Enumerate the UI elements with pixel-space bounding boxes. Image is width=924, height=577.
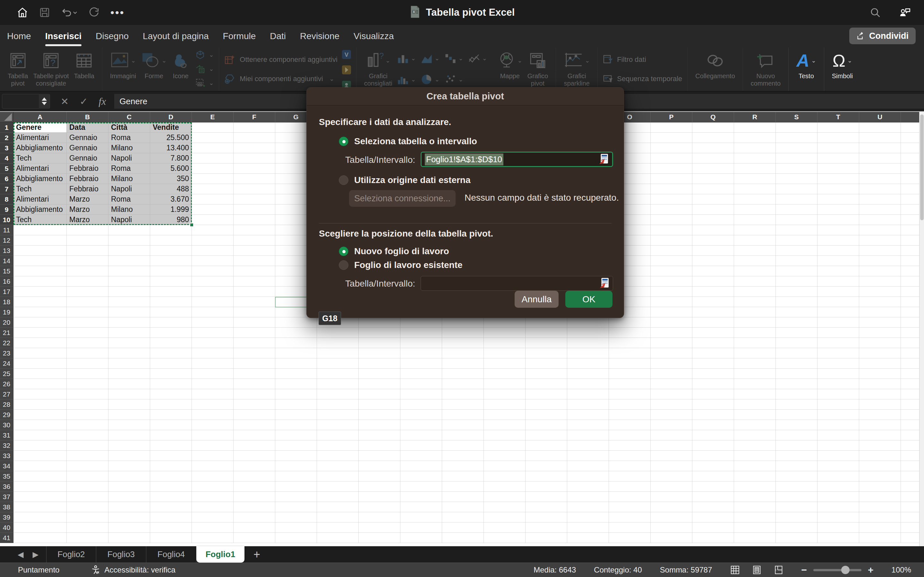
- cell-D41[interactable]: [150, 533, 192, 543]
- row-header-31[interactable]: 31: [0, 430, 13, 440]
- cell-U13[interactable]: [859, 245, 901, 256]
- shapes-button[interactable]: ⌄ Forme: [141, 50, 166, 80]
- cell-U15[interactable]: [859, 266, 901, 276]
- cell-Q30[interactable]: [692, 420, 734, 430]
- pictures-button[interactable]: ⌄ Immagini: [110, 50, 136, 80]
- cell-U39[interactable]: [859, 512, 901, 522]
- cell-D3[interactable]: 13.400: [150, 143, 192, 153]
- cell-R20[interactable]: [734, 318, 776, 327]
- cell-J20[interactable]: [401, 318, 442, 327]
- cell-N37[interactable]: [567, 492, 609, 502]
- cell-Q27[interactable]: [692, 389, 734, 400]
- cell-G25[interactable]: [275, 369, 317, 379]
- cell-K34[interactable]: [442, 461, 484, 471]
- ribbon-tab-layout-di-pagina[interactable]: Layout di pagina: [143, 31, 209, 41]
- cell-C20[interactable]: [108, 318, 150, 327]
- cell-F29[interactable]: [234, 410, 275, 420]
- cell-K32[interactable]: [442, 440, 484, 451]
- cell-G35[interactable]: [275, 471, 317, 482]
- status-average[interactable]: Media: 6643: [533, 566, 576, 574]
- cell-R32[interactable]: [734, 440, 776, 451]
- cell-F14[interactable]: [234, 256, 275, 266]
- cell-L28[interactable]: [484, 400, 525, 410]
- cell-F17[interactable]: [234, 287, 275, 297]
- cell-L21[interactable]: [484, 327, 525, 338]
- cell-M29[interactable]: [525, 410, 567, 420]
- cell-T38[interactable]: [817, 502, 859, 512]
- link-button[interactable]: Collegamento: [695, 50, 735, 80]
- cell-M31[interactable]: [525, 430, 567, 440]
- cell-H40[interactable]: [317, 522, 359, 533]
- cell-G29[interactable]: [275, 410, 317, 420]
- cell-D5[interactable]: 5.600: [150, 163, 192, 174]
- cell-P14[interactable]: [651, 256, 692, 266]
- cell-H23[interactable]: [317, 348, 359, 358]
- dest-range-picker-icon[interactable]: [600, 277, 610, 290]
- cell-Q29[interactable]: [692, 410, 734, 420]
- cell-R17[interactable]: [734, 287, 776, 297]
- cell-R15[interactable]: [734, 266, 776, 276]
- cell-Q5[interactable]: [692, 163, 734, 174]
- cell-U20[interactable]: [859, 318, 901, 327]
- cell-U14[interactable]: [859, 256, 901, 266]
- cell-Q28[interactable]: [692, 400, 734, 410]
- cell-E1[interactable]: [192, 122, 234, 133]
- cell-L39[interactable]: [484, 512, 525, 522]
- cell-N20[interactable]: [567, 318, 609, 327]
- cell-T20[interactable]: [817, 318, 859, 327]
- cell-E9[interactable]: [192, 205, 234, 215]
- cell-B33[interactable]: [67, 451, 108, 461]
- cell-D8[interactable]: 3.670: [150, 194, 192, 205]
- cell-P6[interactable]: [651, 174, 692, 184]
- cell-K30[interactable]: [442, 420, 484, 430]
- cell-H35[interactable]: [317, 471, 359, 482]
- cell-E12[interactable]: [192, 235, 234, 245]
- cell-R11[interactable]: [734, 225, 776, 235]
- cell-Q35[interactable]: [692, 471, 734, 482]
- cell-C21[interactable]: [108, 327, 150, 338]
- cell-U30[interactable]: [859, 420, 901, 430]
- cell-D20[interactable]: [150, 318, 192, 327]
- cell-F2[interactable]: [234, 133, 275, 143]
- cell-J26[interactable]: [401, 379, 442, 389]
- cell-T21[interactable]: [817, 327, 859, 338]
- cell-C27[interactable]: [108, 389, 150, 400]
- cell-C18[interactable]: [108, 297, 150, 307]
- 3d-models-button[interactable]: ⌄: [195, 50, 214, 60]
- cell-Q39[interactable]: [692, 512, 734, 522]
- cell-A15[interactable]: [13, 266, 67, 276]
- status-sum[interactable]: Somma: 59787: [660, 566, 712, 574]
- cell-I32[interactable]: [359, 440, 401, 451]
- cell-G36[interactable]: [275, 482, 317, 492]
- cell-M32[interactable]: [525, 440, 567, 451]
- cell-B37[interactable]: [67, 492, 108, 502]
- cell-H39[interactable]: [317, 512, 359, 522]
- cell-N24[interactable]: [567, 358, 609, 369]
- cell-J31[interactable]: [401, 430, 442, 440]
- cell-T4[interactable]: [817, 153, 859, 163]
- cell-G22[interactable]: [275, 338, 317, 348]
- cell-C2[interactable]: Roma: [108, 133, 150, 143]
- cell-L24[interactable]: [484, 358, 525, 369]
- cell-L34[interactable]: [484, 461, 525, 471]
- row-header-22[interactable]: 22: [0, 338, 13, 348]
- row-header-13[interactable]: 13: [0, 245, 13, 256]
- cell-F19[interactable]: [234, 307, 275, 318]
- cell-Q21[interactable]: [692, 327, 734, 338]
- cell-I21[interactable]: [359, 327, 401, 338]
- cell-H34[interactable]: [317, 461, 359, 471]
- cell-C40[interactable]: [108, 522, 150, 533]
- cell-M36[interactable]: [525, 482, 567, 492]
- cell-J24[interactable]: [401, 358, 442, 369]
- cell-S2[interactable]: [776, 133, 817, 143]
- cell-U26[interactable]: [859, 379, 901, 389]
- cell-N41[interactable]: [567, 533, 609, 543]
- cell-T30[interactable]: [817, 420, 859, 430]
- cell-J25[interactable]: [401, 369, 442, 379]
- status-count[interactable]: Conteggio: 40: [594, 566, 642, 574]
- cell-S37[interactable]: [776, 492, 817, 502]
- cell-B16[interactable]: [67, 276, 108, 287]
- cell-M25[interactable]: [525, 369, 567, 379]
- cell-F40[interactable]: [234, 522, 275, 533]
- cell-P15[interactable]: [651, 266, 692, 276]
